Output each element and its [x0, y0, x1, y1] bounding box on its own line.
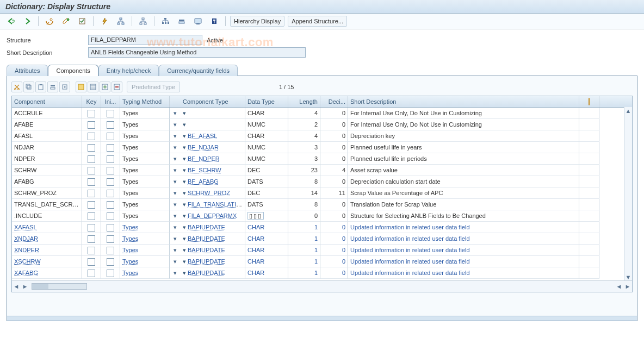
key-checkbox[interactable]	[88, 235, 95, 243]
chevron-down-icon[interactable]: ▾	[183, 110, 186, 116]
vertical-scrollbar[interactable]: ▲ ▼	[624, 107, 632, 281]
insert-row-plus-icon[interactable]	[100, 82, 110, 92]
component-type-link[interactable]: BF_NDPER	[188, 155, 220, 162]
chevron-down-icon[interactable]: ▾	[183, 167, 186, 173]
initial-checkbox[interactable]	[107, 110, 114, 117]
table-row[interactable]: NDPERTypes▾▾BF_NDPERNUMC30Planned useful…	[12, 153, 632, 165]
table-row[interactable]: .INCLUDETypes▾▾FILA_DEPPARMX▯▯▯00Structu…	[12, 210, 632, 222]
component-link[interactable]: TRANSL_DATE_SCR…	[14, 199, 79, 210]
table-row[interactable]: XNDPERTypes▾▾BAPIUPDATECHAR10Updated inf…	[12, 245, 632, 256]
activate-icon[interactable]	[98, 16, 111, 27]
table-row[interactable]: XSCHRWTypes▾▾BAPIUPDATECHAR10Updated inf…	[12, 256, 632, 267]
table-row[interactable]: AFABGTypes▾▾BF_AFABGDATS80Depreciation c…	[12, 176, 632, 187]
key-checkbox[interactable]	[88, 190, 95, 197]
component-link[interactable]: XNDJAR	[14, 235, 38, 242]
component-type-link[interactable]: BAPIUPDATE	[188, 235, 225, 242]
chevron-down-icon[interactable]: ▾	[183, 224, 186, 230]
chevron-down-icon[interactable]: ▾	[183, 201, 186, 208]
forward-icon[interactable]	[21, 16, 34, 27]
chevron-down-icon[interactable]: ▾	[183, 133, 186, 139]
col-short-description[interactable]: Short Description	[348, 96, 579, 107]
chevron-down-icon[interactable]: ▾	[183, 121, 186, 128]
scroll-up-icon[interactable]: ▲	[624, 107, 632, 115]
initial-checkbox[interactable]	[107, 201, 114, 209]
col-settings[interactable]	[579, 96, 599, 107]
scroll-down-icon[interactable]: ▼	[624, 273, 632, 281]
typing-dropdown-icon[interactable]: ▾	[170, 108, 181, 119]
component-link[interactable]: XSCHRW	[14, 258, 41, 265]
typing-dropdown-icon[interactable]: ▾	[170, 176, 181, 187]
col-component[interactable]: Component	[12, 96, 82, 107]
table-row[interactable]: XAFABGTypes▾▾BAPIUPDATECHAR10Updated inf…	[12, 267, 632, 279]
predefined-type-button[interactable]: Predefined Type	[127, 82, 180, 92]
typing-dropdown-icon[interactable]: ▾	[170, 199, 181, 210]
chevron-down-icon[interactable]: ▾	[183, 144, 186, 151]
chevron-down-icon[interactable]: ▾	[183, 190, 186, 196]
scroll-right-end-icon[interactable]: ►	[623, 282, 632, 291]
undo-icon[interactable]	[59, 82, 70, 92]
scroll-left-end-icon[interactable]: ◄	[615, 282, 623, 291]
horizontal-scrollbar[interactable]: ◄ ► ◄ ►	[12, 280, 632, 292]
component-type-link[interactable]: BAPIUPDATE	[188, 224, 225, 230]
key-checkbox[interactable]	[88, 167, 95, 174]
component-link[interactable]: XNDPER	[14, 247, 39, 253]
col-typing-method[interactable]: Typing Method	[120, 96, 170, 107]
initial-checkbox[interactable]	[107, 133, 114, 140]
table-row[interactable]: SCHRW_PROZTypes▾▾SCHRW_PROZDEC1411Scrap …	[12, 187, 632, 199]
chevron-down-icon[interactable]: ▾	[183, 270, 186, 276]
initial-checkbox[interactable]	[107, 178, 114, 186]
initial-checkbox[interactable]	[107, 144, 114, 152]
table-row[interactable]: SCHRWTypes▾▾BF_SCHRWDEC234Asset scrap va…	[12, 165, 632, 176]
key-checkbox[interactable]	[88, 270, 95, 277]
structure-field[interactable]: FILA_DEPPARM	[88, 35, 202, 45]
typing-dropdown-icon[interactable]: ▾	[170, 210, 181, 222]
where-used-icon[interactable]	[114, 16, 127, 27]
component-type-link[interactable]: FILA_TRANSLATIO…	[188, 201, 245, 208]
component-link[interactable]: SCHRW	[14, 165, 79, 176]
component-link[interactable]: AFABG	[14, 176, 79, 187]
component-type-link[interactable]: SCHRW_PROZ	[188, 190, 230, 196]
typing-dropdown-icon[interactable]: ▾	[170, 165, 181, 176]
col-component-type[interactable]: Component Type	[181, 96, 245, 107]
other-object-icon[interactable]	[59, 16, 72, 27]
paste-icon[interactable]	[35, 82, 46, 92]
component-link[interactable]: NDPER	[14, 153, 79, 165]
typing-dropdown-icon[interactable]: ▾	[170, 233, 181, 245]
col-initial[interactable]: Ini...	[101, 96, 120, 107]
table-row[interactable]: AFASLTypes▾▾BF_AFASLCHAR40Depreciation k…	[12, 130, 632, 142]
key-checkbox[interactable]	[88, 110, 95, 117]
insert-row-icon[interactable]	[88, 82, 98, 92]
typing-dropdown-icon[interactable]: ▾	[170, 256, 181, 267]
component-link[interactable]: SCHRW_PROZ	[14, 187, 79, 199]
component-link[interactable]: AFASL	[14, 130, 79, 142]
key-checkbox[interactable]	[88, 144, 95, 152]
table-row[interactable]: TRANSL_DATE_SCR…Types▾▾FILA_TRANSLATIO…D…	[12, 199, 632, 210]
typing-dropdown-icon[interactable]: ▾	[170, 142, 181, 153]
typing-dropdown-icon[interactable]: ▾	[170, 187, 181, 199]
initial-checkbox[interactable]	[107, 167, 114, 174]
typing-dropdown-icon[interactable]: ▾	[170, 153, 181, 165]
component-link[interactable]: .INCLUDE	[14, 210, 79, 222]
key-checkbox[interactable]	[88, 121, 95, 129]
scroll-track[interactable]	[32, 283, 87, 290]
component-link[interactable]: XAFABG	[14, 270, 38, 276]
stack-icon[interactable]	[175, 16, 188, 27]
key-checkbox[interactable]	[88, 155, 95, 163]
scroll-right-icon[interactable]: ►	[21, 282, 29, 291]
back-icon[interactable]	[4, 16, 17, 27]
key-checkbox[interactable]	[88, 201, 95, 209]
typing-dropdown-icon[interactable]: ▾	[170, 130, 181, 142]
key-checkbox[interactable]	[88, 133, 95, 140]
component-link[interactable]: NDJAR	[14, 142, 79, 153]
check-icon[interactable]	[76, 16, 89, 27]
hierarchy-display-button[interactable]: Hierarchy Display	[230, 16, 284, 27]
component-type-link[interactable]: BF_AFASL	[188, 133, 217, 139]
tab-components[interactable]: Components	[48, 65, 98, 76]
chevron-down-icon[interactable]: ▾	[183, 178, 186, 185]
col-length[interactable]: Length	[288, 96, 320, 107]
tab-currency-quantity[interactable]: Currency/quantity fields	[159, 65, 238, 76]
typing-dropdown-icon[interactable]: ▾	[170, 245, 181, 256]
select-all-icon[interactable]	[76, 82, 86, 92]
typing-dropdown-icon[interactable]: ▾	[170, 222, 181, 233]
documentation-icon[interactable]: i	[208, 16, 221, 27]
